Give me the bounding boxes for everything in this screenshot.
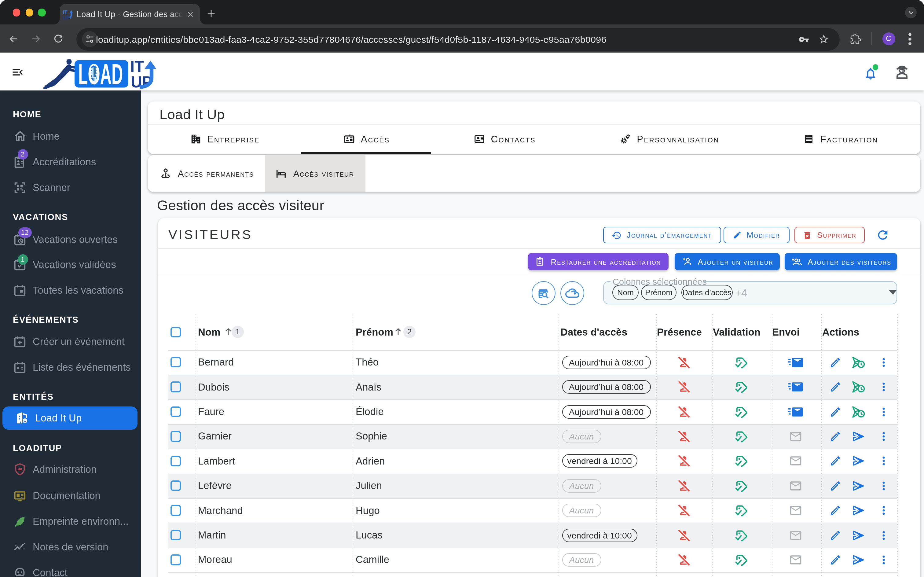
- svg-text:UP: UP: [62, 15, 69, 19]
- svg-text:LOAD: LOAD: [78, 58, 123, 89]
- svg-text:IT: IT: [130, 58, 144, 75]
